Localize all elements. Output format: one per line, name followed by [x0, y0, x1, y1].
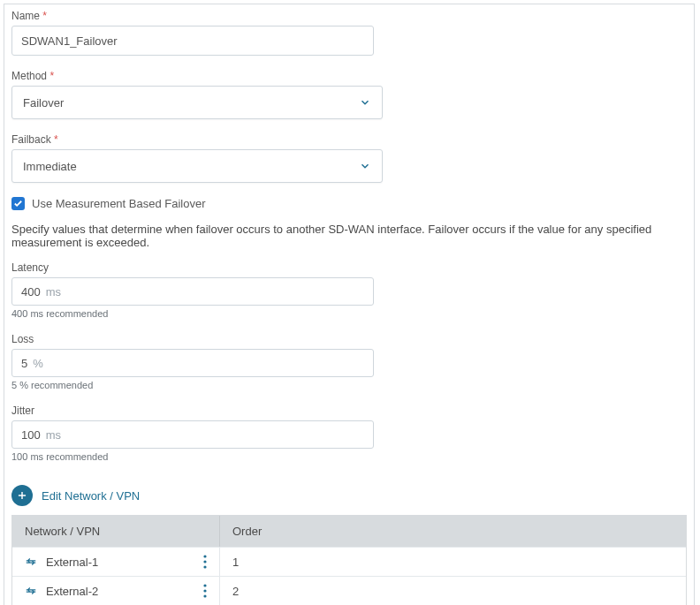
name-input[interactable] [11, 26, 374, 56]
latency-label: Latency [11, 261, 687, 274]
name-field: Name * [11, 10, 687, 56]
method-select[interactable]: Failover [11, 86, 383, 119]
measurement-description: Specify values that determine when failo… [11, 223, 687, 249]
edit-network-row: Edit Network / VPN [11, 485, 687, 506]
table-header: Network / VPN Order [12, 516, 686, 547]
svg-point-3 [203, 584, 206, 586]
row-menu-icon[interactable] [203, 584, 207, 598]
chevron-down-icon [359, 160, 371, 172]
required-asterisk: * [42, 10, 47, 22]
latency-field: Latency 400 ms 400 ms recommended [11, 261, 687, 319]
required-asterisk: * [49, 70, 54, 82]
table-row: External-2 2 [12, 576, 686, 605]
svg-point-5 [203, 594, 206, 597]
row-name: External-2 [46, 585, 98, 598]
failback-label: Failback * [11, 133, 687, 146]
sdwan-action-panel: Name * Method * Failover Failback * Imme… [4, 4, 695, 605]
network-table: Network / VPN Order External-1 1 Externa… [11, 515, 687, 605]
row-menu-icon[interactable] [203, 555, 207, 569]
svg-point-1 [203, 560, 206, 563]
measurement-failover-checkbox[interactable] [11, 197, 25, 210]
loss-unit: % [33, 357, 43, 370]
loss-label: Loss [11, 333, 687, 345]
col-network-header: Network / VPN [12, 516, 220, 547]
failback-select[interactable]: Immediate [11, 149, 383, 183]
loss-field: Loss 5 % 5 % recommended [11, 333, 687, 390]
jitter-hint: 100 ms recommended [11, 451, 687, 462]
measurement-failover-checkbox-row: Use Measurement Based Failover [11, 197, 687, 210]
method-label: Method * [11, 70, 687, 82]
chevron-down-icon [359, 96, 371, 109]
failback-field: Failback * Immediate [11, 133, 687, 183]
measurement-failover-checkbox-label: Use Measurement Based Failover [32, 197, 206, 210]
svg-point-4 [203, 589, 206, 592]
latency-unit: ms [46, 285, 61, 299]
add-button[interactable] [11, 485, 33, 506]
jitter-field: Jitter 100 ms 100 ms recommended [11, 405, 687, 462]
latency-input[interactable]: 400 ms [11, 277, 374, 306]
cell-order: 2 [220, 577, 686, 605]
svg-point-0 [203, 555, 206, 557]
loss-value: 5 [21, 357, 27, 370]
table-row: External-1 1 [12, 547, 686, 576]
interface-icon [25, 556, 37, 568]
row-name: External-1 [46, 556, 98, 569]
required-asterisk: * [54, 133, 58, 146]
svg-point-2 [203, 565, 206, 568]
interface-icon [25, 585, 37, 597]
method-value: Failover [23, 96, 64, 110]
cell-network: External-2 [12, 577, 220, 605]
loss-hint: 5 % recommended [11, 380, 687, 390]
col-order-header: Order [220, 516, 686, 547]
jitter-label: Jitter [11, 405, 687, 417]
failback-value: Immediate [23, 160, 77, 173]
loss-input[interactable]: 5 % [11, 349, 374, 377]
method-field: Method * Failover [11, 70, 687, 119]
cell-network: External-1 [12, 548, 220, 576]
jitter-unit: ms [46, 428, 61, 442]
jitter-value: 100 [21, 428, 41, 442]
jitter-input[interactable]: 100 ms [11, 420, 374, 449]
name-label: Name * [11, 10, 687, 22]
latency-hint: 400 ms recommended [11, 308, 687, 319]
cell-order: 1 [220, 548, 686, 576]
edit-network-link[interactable]: Edit Network / VPN [42, 489, 140, 503]
latency-value: 400 [21, 285, 41, 299]
